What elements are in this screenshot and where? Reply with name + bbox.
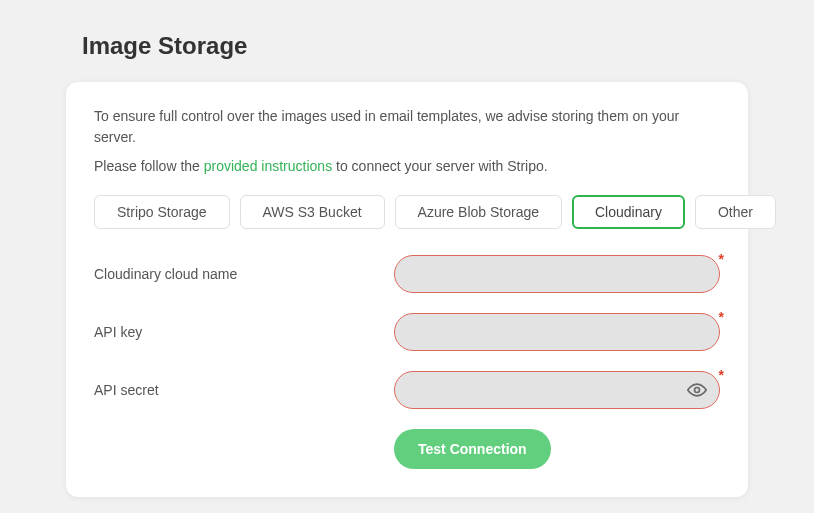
input-wrap-cloud-name: * <box>394 255 720 293</box>
tab-other[interactable]: Other <box>695 195 776 229</box>
api-key-input[interactable] <box>394 313 720 351</box>
api-secret-input[interactable] <box>394 371 720 409</box>
instructions-link[interactable]: provided instructions <box>204 158 332 174</box>
page-title: Image Storage <box>82 32 748 60</box>
required-icon: * <box>719 309 724 325</box>
tab-stripo-storage[interactable]: Stripo Storage <box>94 195 230 229</box>
test-connection-button[interactable]: Test Connection <box>394 429 551 469</box>
toggle-visibility-icon[interactable] <box>686 379 708 401</box>
storage-tabs: Stripo Storage AWS S3 Bucket Azure Blob … <box>94 195 720 229</box>
intro-post: to connect your server with Stripo. <box>332 158 548 174</box>
input-wrap-api-secret: * <box>394 371 720 409</box>
label-cloud-name: Cloudinary cloud name <box>94 266 394 282</box>
required-icon: * <box>719 251 724 267</box>
cloud-name-input[interactable] <box>394 255 720 293</box>
tab-azure-blob[interactable]: Azure Blob Storage <box>395 195 562 229</box>
intro-pre: Please follow the <box>94 158 204 174</box>
label-api-secret: API secret <box>94 382 394 398</box>
input-wrap-api-key: * <box>394 313 720 351</box>
row-api-key: API key * <box>94 313 720 351</box>
svg-point-0 <box>695 388 700 393</box>
row-api-secret: API secret * <box>94 371 720 409</box>
tab-aws-s3[interactable]: AWS S3 Bucket <box>240 195 385 229</box>
required-icon: * <box>719 367 724 383</box>
form-actions: Test Connection <box>394 429 720 469</box>
intro-text-1: To ensure full control over the images u… <box>94 106 720 148</box>
label-api-key: API key <box>94 324 394 340</box>
row-cloud-name: Cloudinary cloud name * <box>94 255 720 293</box>
tab-cloudinary[interactable]: Cloudinary <box>572 195 685 229</box>
settings-card: To ensure full control over the images u… <box>66 82 748 497</box>
intro-text-2: Please follow the provided instructions … <box>94 156 720 177</box>
